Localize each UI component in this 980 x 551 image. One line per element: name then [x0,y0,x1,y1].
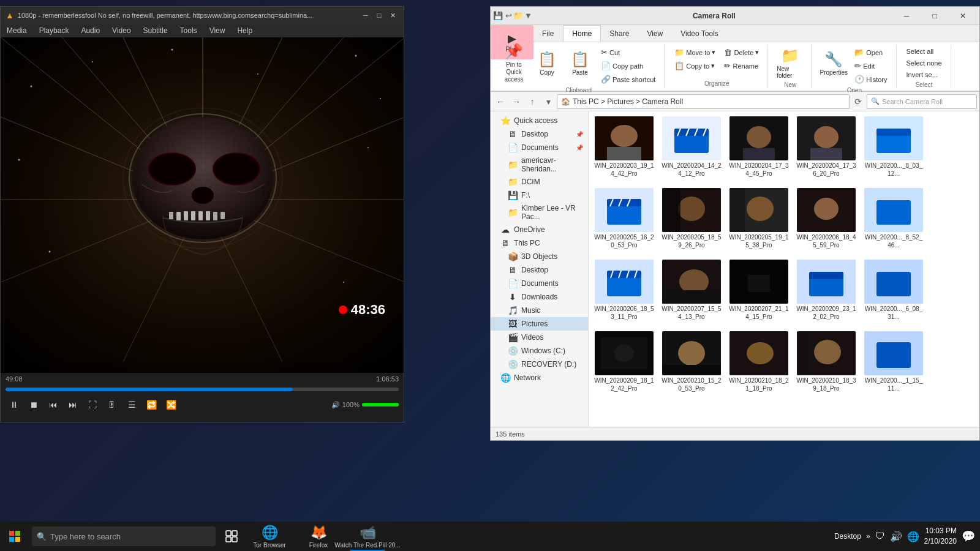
history-button[interactable]: 🕐 History [851,73,891,86]
copy-path-button[interactable]: 📄 Copy path [597,59,659,72]
vlc-playlist-button[interactable]: ☰ [123,396,140,413]
invert-selection-button[interactable]: Invert se... [903,69,946,80]
search-box[interactable]: 🔍 Search Camera Roll [867,94,977,109]
open-button[interactable]: 📂 Open [851,46,891,59]
select-all-button[interactable]: Select all [903,46,946,57]
list-item[interactable]: WIN_20200207_15_54_13_Pro [658,257,725,328]
sidebar-item-thispc[interactable]: 🖥 This PC [491,236,588,250]
up-button[interactable]: ↑ [525,94,540,109]
notification-icon[interactable]: 💬 [962,530,975,543]
vlc-menu-view[interactable]: View [206,25,229,36]
vlc-menu-help[interactable]: Help [233,25,256,36]
vlc-prev-button[interactable]: ⏮ [45,396,62,413]
copy-to-button[interactable]: 📋 Copy to ▾ [671,59,719,72]
refresh-button[interactable]: ⟳ [851,94,865,109]
sidebar-item-documents[interactable]: 📄 Documents 📌 [491,141,588,154]
start-button[interactable] [0,522,29,551]
vlc-fullscreen-button[interactable]: ⛶ [84,396,101,413]
task-view-button[interactable] [218,523,245,550]
vlc-stop-button[interactable]: ⏹ [25,396,42,413]
system-clock[interactable]: 10:03 PM 2/10/2020 [924,526,957,547]
explorer-close-button[interactable]: ✕ [949,7,977,25]
sidebar-item-desktop2[interactable]: 🖥 Desktop [491,263,588,277]
explorer-maximize-button[interactable]: □ [921,7,949,25]
ribbon-tab-view[interactable]: View [638,25,672,42]
list-item[interactable]: WIN_20200204_17_34_45_Pro [726,114,792,184]
list-item[interactable]: WIN_20200210_18_21_18_Pro [726,329,792,399]
list-item[interactable]: WIN_20200..._6_08_31... [861,257,927,328]
taskbar-app-watch[interactable]: 📹 Watch The Red Pill 20... [343,522,392,551]
new-folder-button[interactable]: 📁 New folder [774,46,806,80]
taskbar-app-tor[interactable]: 🌐 Tor Browser [245,522,294,551]
sidebar-item-3dobjects[interactable]: 📦 3D Objects [491,250,588,263]
ribbon-tab-share[interactable]: Share [601,25,638,42]
vlc-menu-playback[interactable]: Playback [36,25,73,36]
vlc-menu-tools[interactable]: Tools [176,25,201,36]
notification-chevron-icon[interactable]: » [866,532,870,541]
list-item[interactable]: WIN_20200209_23_12_02_Pro [793,257,859,328]
paste-button[interactable]: 📋 Paste [564,46,596,80]
list-item[interactable]: WIN_20200..._8_52_46... [861,186,927,256]
vlc-loop-button[interactable]: 🔁 [143,396,160,413]
sidebar-item-desktop[interactable]: 🖥 Desktop 📌 [491,127,588,141]
vlc-extended-button[interactable]: 🎚 [104,396,121,413]
sidebar-item-videos[interactable]: 🎬 Videos [491,331,588,344]
list-item[interactable]: WIN_20200205_16_20_53_Pro [591,186,657,256]
list-item[interactable]: WIN_20200207_21_14_15_Pro [726,257,792,328]
speaker-icon[interactable]: 🔊 [890,531,902,542]
address-path[interactable]: 🏠 This PC > Pictures > Camera Roll [557,94,850,109]
sidebar-item-network[interactable]: 🌐 Network [491,371,588,384]
sidebar-item-kimber[interactable]: 📁 Kimber Lee - VR Pac... [491,202,588,223]
sidebar-item-onedrive[interactable]: ☁ OneDrive [491,223,588,236]
sidebar-item-dcim[interactable]: 📁 DCIM [491,175,588,189]
vlc-maximize-button[interactable]: □ [373,9,385,21]
vlc-menu-subtitle[interactable]: Subtitle [140,25,172,36]
list-item[interactable]: WIN_20200205_19_15_38_Pro [726,186,792,256]
pin-to-quick-access-button[interactable]: 📌 Pin to Quick access [498,46,530,80]
sidebar-item-fdrive[interactable]: 💾 F:\ [491,189,588,202]
back-button[interactable]: ← [493,94,508,109]
rename-button[interactable]: ✏ Rename [720,59,763,72]
list-item[interactable]: WIN_20200206_18_53_11_Pro [591,257,657,328]
list-item[interactable]: WIN_20200..._8_03_12... [861,114,927,184]
list-item[interactable]: WIN_20200205_18_59_26_Pro [658,186,725,256]
sidebar-item-music[interactable]: 🎵 Music [491,304,588,317]
vlc-menu-media[interactable]: Media [3,25,31,36]
list-item[interactable]: WIN_20200204_14_24_12_Pro [658,114,725,184]
cut-button[interactable]: ✂ Cut [597,46,659,59]
ribbon-tab-home[interactable]: Home [563,25,601,42]
network-taskbar-icon[interactable]: 🌐 [907,531,919,542]
edit-button[interactable]: ✏ Edit [851,59,891,72]
vlc-volume-bar[interactable] [362,403,399,407]
copy-button[interactable]: 📋 Copy [531,46,563,80]
vlc-close-button[interactable]: ✕ [386,9,399,21]
taskbar-search-box[interactable]: 🔍 Type here to search [32,527,216,546]
paste-shortcut-button[interactable]: 🔗 Paste shortcut [597,73,659,86]
list-item[interactable]: WIN_20200210_18_39_18_Pro [793,329,859,399]
taskbar-desktop-label[interactable]: Desktop [834,532,861,541]
move-to-button[interactable]: 📁 Move to ▾ [671,46,719,59]
sidebar-item-quick-access[interactable]: ⭐ Quick access [491,114,588,127]
list-item[interactable]: WIN_20200210_15_20_53_Pro [658,329,725,399]
recent-locations-button[interactable]: ▾ [541,94,556,109]
vlc-random-button[interactable]: 🔀 [162,396,179,413]
sidebar-item-recovery-d[interactable]: 💿 RECOVERY (D:) [491,358,588,371]
sidebar-item-pictures[interactable]: 🖼 Pictures [491,317,588,331]
list-item[interactable]: WIN_20200209_18_12_42_Pro [591,329,657,399]
vlc-menu-audio[interactable]: Audio [77,25,104,36]
list-item[interactable]: WIN_20200203_19_14_42_Pro [591,114,657,184]
list-item[interactable]: WIN_20200..._1_15_11... [861,329,927,399]
sidebar-item-documents2[interactable]: 📄 Documents [491,277,588,290]
ribbon-tab-file[interactable]: File [533,25,563,42]
properties-button[interactable]: 🔧 Properties [818,46,850,80]
vlc-progress-bar[interactable] [6,388,399,391]
list-item[interactable]: WIN_20200204_17_36_20_Pro [793,114,859,184]
sidebar-item-windows-c[interactable]: 💿 Windows (C:) [491,344,588,358]
vlc-play-pause-button[interactable]: ⏸ [6,396,23,413]
ribbon-tab-videotools[interactable]: Video Tools [672,25,728,42]
vlc-minimize-button[interactable]: ─ [360,9,372,21]
select-none-button[interactable]: Select none [903,58,946,69]
explorer-minimize-button[interactable]: ─ [892,7,921,25]
sidebar-item-americavr[interactable]: 📁 americavr-Sheridan... [491,154,588,175]
forward-button[interactable]: → [509,94,524,109]
